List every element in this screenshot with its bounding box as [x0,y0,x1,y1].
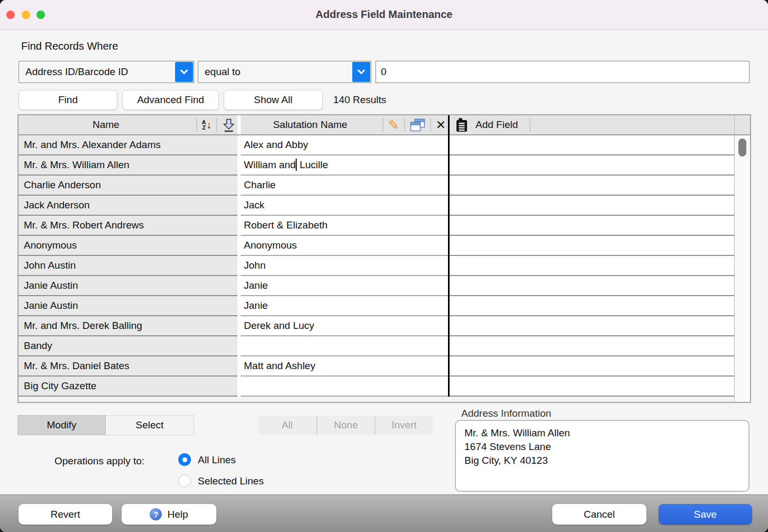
add-field-cell[interactable] [450,176,734,196]
chevron-down-icon[interactable] [175,62,193,82]
name-cell[interactable]: John Austin [19,256,237,276]
operator-dropdown[interactable]: equal to [198,61,371,83]
table-row[interactable]: Mr. and Mrs. Derek BallingDerek and Lucy [19,316,734,336]
name-cell[interactable]: Anonymous [19,236,237,256]
chevron-down-icon[interactable] [352,62,370,82]
table-row[interactable]: Charlie AndersonCharlie [19,176,734,196]
salutation-cell[interactable]: Matt and Ashley [241,356,448,377]
name-cell[interactable]: Big City Gazette [19,377,237,397]
address-line: Mr. & Mrs. William Allen [464,426,740,440]
operations-apply-label: Operations apply to: [54,455,144,467]
all-button[interactable]: All [258,416,316,435]
address-field-maintenance-window: Address Field Maintenance Find Records W… [0,0,768,532]
salutation-cell[interactable]: Janie [241,276,448,296]
salutation-cell[interactable]: Jack [241,196,448,216]
salutation-cell[interactable]: John [241,256,448,276]
address-information-box: Mr. & Mrs. William Allen 1674 Stevens La… [455,420,749,492]
table-row[interactable]: AnonymousAnonymous [19,236,734,256]
address-information-label: Address Information [461,408,551,419]
name-cell[interactable]: Mr. and Mrs. Alexander Adams [19,135,237,155]
help-button[interactable]: ? Help [122,504,216,525]
name-column-header[interactable]: Name AZ↓ [19,115,237,135]
records-table: Name AZ↓ Salutation Name ✎ [17,114,751,403]
table-row[interactable]: Mr. & Mrs. Daniel BatesMatt and Ashley [19,356,734,377]
revert-button[interactable]: Revert [19,504,112,525]
text-caret [296,159,297,171]
help-question-icon: ? [150,508,162,520]
name-cell[interactable]: Mr. & Mrs. Robert Andrews [19,216,237,236]
name-cell[interactable]: Charlie Anderson [19,176,237,196]
find-value-input[interactable] [376,61,749,83]
table-row[interactable]: Mr. & Mrs. William AllenWilliam and Luci… [19,155,734,176]
name-cell[interactable]: Janie Austin [19,276,237,296]
salutation-column-header[interactable]: Salutation Name ✎ ✕ [241,115,448,135]
field-dropdown[interactable]: Address ID/Barcode ID [19,61,194,83]
salutation-cell[interactable]: Robert & Elizabeth [241,216,448,236]
salutation-cell[interactable] [241,377,448,397]
table-row[interactable]: Janie AustinJanie [19,296,734,316]
name-cell[interactable]: Mr. & Mrs. William Allen [19,155,237,176]
invert-button[interactable]: Invert [374,416,433,435]
find-button[interactable]: Find [19,90,117,110]
table-row[interactable]: Jack AndersonJack [19,196,734,216]
selected-lines-radio[interactable] [178,474,191,487]
add-field-cell[interactable] [450,336,734,356]
add-field-cell[interactable] [450,377,734,397]
address-line: 1674 Stevens Lane [464,440,740,454]
scrollbar-thumb[interactable] [738,139,746,157]
table-row[interactable]: Janie AustinJanie [19,276,734,296]
add-field-cell[interactable] [450,135,734,155]
name-cell[interactable]: Bandy [19,336,237,356]
save-button[interactable]: Save [659,504,752,525]
salutation-cell[interactable]: Janie [241,296,448,316]
add-field-label: Add Field [476,119,518,131]
add-field-cell[interactable] [450,356,734,377]
add-field-header[interactable]: Add Field [450,115,734,135]
all-lines-label[interactable]: All Lines [198,454,236,466]
table-row[interactable]: John AustinJohn [19,256,734,276]
find-records-where-label: Find Records Where [21,40,118,52]
import-values-icon[interactable] [220,118,237,132]
table-footer-strip [19,397,734,402]
footer-bar: Revert ? Help Cancel Save [0,494,768,532]
clear-x-icon[interactable]: ✕ [434,119,448,131]
title-bar: Address Field Maintenance [0,0,768,30]
all-lines-radio[interactable] [178,453,191,466]
select-tab[interactable]: Select [106,415,194,435]
salutation-cell[interactable]: William and Lucille [241,155,448,176]
salutation-cell[interactable]: Anonymous [241,236,448,256]
salutation-cell[interactable] [241,336,448,356]
name-cell[interactable]: Janie Austin [19,296,237,316]
edit-pencil-icon[interactable]: ✎ [386,118,401,132]
add-field-cell[interactable] [450,296,734,316]
table-row[interactable]: Mr. & Mrs. Robert AndrewsRobert & Elizab… [19,216,734,236]
salutation-cell[interactable]: Charlie [241,176,448,196]
name-cell[interactable]: Jack Anderson [19,196,237,216]
table-row[interactable]: Mr. and Mrs. Alexander AdamsAlex and Abb… [19,135,734,155]
name-cell[interactable]: Mr. & Mrs. Daniel Bates [19,356,237,377]
sort-az-icon[interactable]: AZ↓ [200,120,214,130]
none-button[interactable]: None [316,416,374,435]
salutation-column-label: Salutation Name [241,119,380,131]
add-field-cell[interactable] [450,236,734,256]
add-field-cell[interactable] [450,155,734,176]
modify-tab[interactable]: Modify [17,415,106,435]
records-table-body: Mr. and Mrs. Alexander AdamsAlex and Abb… [19,135,734,397]
add-field-cell[interactable] [450,276,734,296]
duplicate-icon[interactable] [408,118,427,132]
add-field-cell[interactable] [450,316,734,336]
vertical-scrollbar[interactable] [734,135,750,402]
table-row[interactable]: Bandy [19,336,734,356]
add-field-cell[interactable] [450,256,734,276]
salutation-cell[interactable]: Alex and Abby [241,135,448,155]
advanced-find-button[interactable]: Advanced Find [122,90,219,110]
salutation-cell[interactable]: Derek and Lucy [241,316,448,336]
cancel-button[interactable]: Cancel [552,504,646,525]
add-field-cell[interactable] [450,196,734,216]
table-row[interactable]: Big City Gazette [19,377,734,397]
add-field-cell[interactable] [450,216,734,236]
show-all-button[interactable]: Show All [224,90,323,110]
selected-lines-label[interactable]: Selected Lines [198,475,264,488]
name-cell[interactable]: Mr. and Mrs. Derek Balling [19,316,237,336]
help-button-label: Help [167,509,188,520]
